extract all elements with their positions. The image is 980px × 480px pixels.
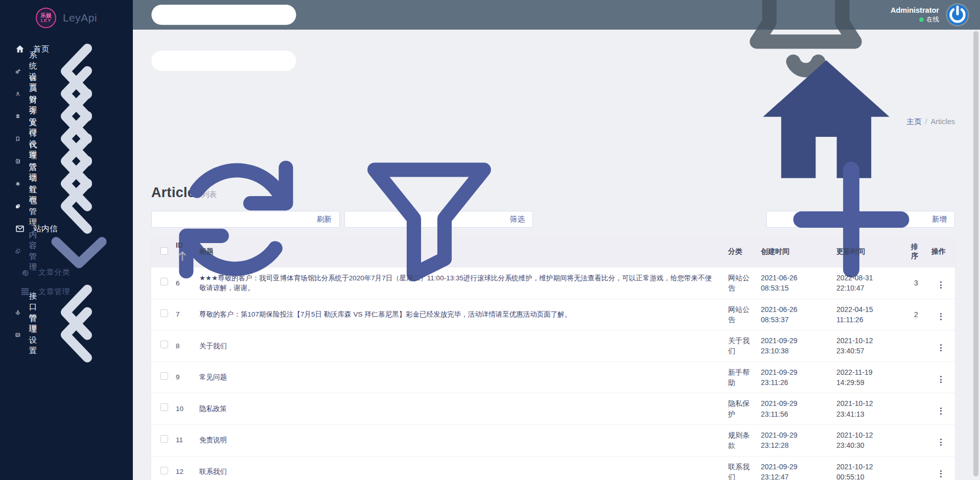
sidebar-menu: 首页系统设置会员管理财务管理支付设置代理管理活动管理红包管理站内信内容管理文章分… <box>0 36 133 346</box>
breadcrumb-home-link[interactable]: 主页 <box>906 117 921 127</box>
row-created-at: 2021-09-29 23:11:26 <box>756 362 831 393</box>
row-id: 11 <box>171 424 194 456</box>
row-title: 尊敬的客户：第107期保险投注【7月5日 勒沃库森 VS 拜仁慕尼黑】彩金已经发… <box>194 299 723 330</box>
sidebar-item-content-management[interactable]: 内容管理 <box>0 240 133 262</box>
row-created-at: 2021-06-26 08:53:37 <box>756 299 831 330</box>
row-checkbox[interactable] <box>160 372 168 380</box>
row-actions-button[interactable] <box>937 280 945 290</box>
content-area: Article 列表 主页 / Articles 刷新 <box>133 30 980 480</box>
row-updated-at: 2021-10-12 23:40:30 <box>831 424 906 456</box>
row-actions-button[interactable] <box>937 343 945 353</box>
table-row: 9常见问题新手帮助2021-09-29 23:11:262022-11-19 1… <box>151 362 955 393</box>
row-checkbox[interactable] <box>160 309 168 317</box>
row-checkbox[interactable] <box>160 403 168 411</box>
row-sort-value <box>906 424 926 456</box>
app-title: LeyApi <box>63 12 97 24</box>
row-updated-at: 2022-11-19 14:29:59 <box>831 362 906 393</box>
list-icon <box>20 287 30 296</box>
row-checkbox-cell <box>151 330 171 362</box>
row-created-at: 2021-09-29 23:12:28 <box>756 424 831 456</box>
grid-toolbar: 刷新 筛选 新增 <box>151 211 955 228</box>
row-title: 常见问题 <box>194 362 723 393</box>
home-icon <box>15 44 25 54</box>
row-checkbox[interactable] <box>160 435 168 443</box>
bookmark-icon <box>15 134 20 143</box>
row-actions-button[interactable] <box>937 311 945 322</box>
table-row: 12联系我们联系我们2021-09-29 23:12:472021-10-12 … <box>151 456 955 480</box>
row-checkbox-cell <box>151 362 171 393</box>
row-updated-at: 2021-10-12 23:40:57 <box>831 330 906 362</box>
row-created-at: 2021-09-29 23:10:38 <box>756 330 831 362</box>
table-row: 7尊敬的客户：第107期保险投注【7月5日 勒沃库森 VS 拜仁慕尼黑】彩金已经… <box>151 299 955 330</box>
row-sort-value <box>906 330 926 362</box>
row-title: 联系我们 <box>194 456 723 480</box>
online-status-dot <box>919 17 924 22</box>
asterisk-icon <box>15 179 20 188</box>
avatar[interactable] <box>947 5 968 25</box>
row-category: 联系我们 <box>723 456 756 480</box>
user-icon <box>15 89 20 99</box>
clone-icon <box>15 202 20 211</box>
row-sort-value <box>906 456 926 480</box>
row-checkbox-cell <box>151 393 171 425</box>
row-checkbox[interactable] <box>160 278 168 285</box>
row-id: 9 <box>171 362 194 393</box>
row-category: 网站公告 <box>723 268 756 299</box>
row-actions-cell <box>926 456 955 480</box>
row-checkbox[interactable] <box>160 467 168 474</box>
row-actions-button[interactable] <box>937 406 945 416</box>
row-actions-button[interactable] <box>937 437 945 447</box>
row-created-at: 2021-09-29 23:12:47 <box>756 456 831 480</box>
online-status: 在线 <box>891 15 939 23</box>
row-id: 7 <box>171 299 194 330</box>
row-title: 关于我们 <box>194 330 723 362</box>
row-sort-value <box>906 362 926 393</box>
app-window: 乐娱 LEY LeyApi 首页系统设置会员管理财务管理支付设置代理管理活动管理… <box>0 0 980 480</box>
address-book-icon <box>15 157 20 166</box>
sort-asc-icon[interactable] <box>176 249 189 262</box>
breadcrumb-current: Articles <box>930 117 955 126</box>
row-category: 关于我们 <box>723 330 756 362</box>
database-icon <box>15 112 20 121</box>
select-all-checkbox[interactable] <box>160 247 168 255</box>
row-actions-button[interactable] <box>937 469 945 479</box>
create-button[interactable]: 新增 <box>766 211 955 228</box>
refresh-button[interactable]: 刷新 <box>151 211 340 228</box>
user-menu[interactable]: Administrator 在线 <box>891 6 939 23</box>
row-updated-at: 2022-04-15 11:11:26 <box>831 299 906 330</box>
row-actions-button[interactable] <box>937 374 945 385</box>
sidebar-item-admin-settings[interactable]: 管理设置 <box>0 324 133 346</box>
row-created-at: 2021-09-29 23:11:56 <box>756 393 831 425</box>
col-header-category: 分类 <box>723 236 756 268</box>
page-scrollbar[interactable] <box>973 31 978 476</box>
row-id: 10 <box>171 393 194 425</box>
stream-icon <box>20 268 30 277</box>
copy-icon <box>15 247 20 256</box>
logo-icon: 乐娱 LEY <box>36 8 56 28</box>
row-sort-value <box>906 393 926 425</box>
row-checkbox[interactable] <box>160 341 168 348</box>
sidebar-item-label: 管理设置 <box>29 314 37 356</box>
row-id: 8 <box>171 330 194 362</box>
row-actions-cell <box>926 393 955 425</box>
row-checkbox-cell <box>151 299 171 330</box>
row-actions-cell <box>926 362 955 393</box>
envelope-icon <box>15 224 25 233</box>
logo-badge-bottom: LEY <box>41 18 52 23</box>
row-actions-cell <box>926 299 955 330</box>
row-title: 免责说明 <box>194 424 723 456</box>
col-header-id-label[interactable]: ID <box>176 241 183 249</box>
online-status-label: 在线 <box>926 15 939 23</box>
row-actions-cell <box>926 268 955 299</box>
row-checkbox-cell <box>151 424 171 456</box>
chevron-left-icon <box>37 293 121 376</box>
row-updated-at: 2021-10-12 23:41:13 <box>831 393 906 425</box>
main-area: Administrator 在线 Article 列表 主页 <box>133 0 980 480</box>
gears-icon <box>15 67 20 76</box>
filter-button[interactable]: 筛选 <box>344 211 533 228</box>
table-row: 11免责说明规则条款2021-09-29 23:12:282021-10-12 … <box>151 424 955 456</box>
row-actions-cell <box>926 330 955 362</box>
id-card-icon <box>15 330 20 340</box>
col-header-actions: 操作 <box>926 236 955 268</box>
table-row: 8关于我们关于我们2021-09-29 23:10:382021-10-12 2… <box>151 330 955 362</box>
